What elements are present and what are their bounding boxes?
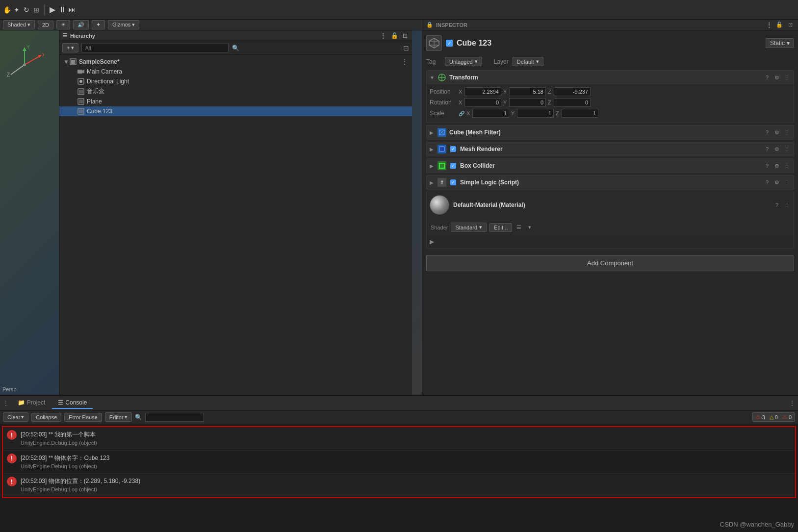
console-message-1[interactable]: ! [20:52:03] ** 我的第一个脚本 UnityEngine.Debu…	[3, 427, 795, 451]
warning-icon: △	[770, 414, 773, 420]
hierarchy-item-plane[interactable]: Plane	[59, 97, 412, 106]
box-collider-checkbox[interactable]: ✓	[450, 163, 456, 169]
mesh-renderer-buttons: ? ⚙ ⋮	[763, 145, 791, 153]
mesh-renderer-name: Mesh Renderer	[460, 146, 760, 152]
console-search-input[interactable]	[145, 413, 204, 422]
msg-2-text: [20:52:03] ** 物体名字：Cube 123 UnityEngine.…	[21, 454, 791, 471]
scene-context-menu[interactable]: ⋮	[401, 58, 408, 66]
console-message-2[interactable]: ! [20:52:03] ** 物体名字：Cube 123 UnityEngin…	[3, 451, 795, 474]
box-collider-help-button[interactable]: ?	[763, 162, 771, 170]
object-active-checkbox[interactable]: ✓	[446, 40, 453, 47]
transform-header[interactable]: ▼ Transform ? ⚙ ⋮	[427, 71, 794, 84]
rotation-z-input[interactable]	[554, 98, 591, 107]
audio-toggle[interactable]: 🔊	[73, 20, 89, 29]
hierarchy-search-input[interactable]	[81, 44, 229, 52]
transform-arrow: ▼	[430, 75, 435, 80]
scale-x-input[interactable]	[472, 109, 509, 118]
material-list-button[interactable]: ☰	[515, 224, 523, 231]
hierarchy-menu-button[interactable]: ⋮	[380, 32, 386, 40]
layer-dropdown[interactable]: Default ▾	[513, 57, 543, 66]
simple-logic-checkbox[interactable]: ✓	[450, 179, 456, 185]
hierarchy-item-music-box[interactable]: 音乐盒	[59, 86, 412, 97]
hierarchy-scene-root[interactable]: ▼ SampleScene* ⋮	[59, 57, 412, 67]
scene-name: SampleScene*	[79, 58, 120, 65]
mesh-filter-header[interactable]: ▶ Cube (Mesh Filter) ? ⚙ ⋮	[427, 126, 794, 139]
static-badge[interactable]: Static ▾	[766, 38, 794, 48]
mesh-filter-settings-button[interactable]: ⚙	[773, 128, 781, 136]
shader-edit-button[interactable]: Edit...	[489, 223, 512, 232]
hierarchy-search-icon[interactable]: 🔍	[232, 44, 239, 52]
shader-dropdown[interactable]: Standard ▾	[451, 223, 487, 232]
bottom-tabs-menu[interactable]: ⋮	[789, 400, 795, 406]
add-component-button[interactable]: Add Component	[426, 255, 794, 271]
object-name[interactable]: Cube 123	[457, 39, 762, 48]
material-menu-button[interactable]: ⋮	[783, 201, 791, 209]
hierarchy-item-cube-123[interactable]: Cube 123	[59, 106, 412, 116]
transform-help-button[interactable]: ?	[763, 74, 771, 81]
rotate-tool-button[interactable]: ↻	[23, 6, 30, 14]
mesh-renderer-settings-button[interactable]: ⚙	[773, 145, 781, 153]
csdn-watermark: CSDN @wanchen_Gabby	[720, 521, 794, 528]
simple-logic-header[interactable]: ▶ # ✓ Simple Logic (Script) ? ⚙ ⋮	[427, 176, 794, 189]
rotation-y-input[interactable]	[509, 98, 546, 107]
inspector-lock-button[interactable]: 🔓	[775, 21, 783, 29]
msg-1-title: [20:52:03] ** 我的第一个脚本	[21, 430, 791, 439]
hierarchy-lock-button[interactable]: 🔓	[390, 32, 398, 40]
rotation-x-input[interactable]	[464, 98, 501, 107]
play-button[interactable]: ▶	[49, 6, 56, 14]
hierarchy-item-main-camera[interactable]: Main Camera	[59, 67, 412, 76]
transform-menu-button[interactable]: ⋮	[783, 74, 791, 81]
simple-logic-help-button[interactable]: ?	[763, 178, 771, 186]
scene-canvas[interactable]: Y X Z Persp ☰ Hierarchy ⋮	[0, 30, 422, 395]
simple-logic-settings-button[interactable]: ⚙	[773, 178, 781, 186]
mesh-renderer-checkbox[interactable]: ✓	[450, 146, 456, 152]
layer-value: Default	[517, 59, 534, 65]
mesh-renderer-menu-button[interactable]: ⋮	[783, 145, 791, 153]
inspector-menu-button[interactable]: ⋮	[766, 21, 772, 29]
collapse-button[interactable]: Collapse	[31, 413, 61, 422]
material-expand-arrow[interactable]: ▶	[430, 238, 434, 245]
material-help-button[interactable]: ?	[773, 201, 781, 209]
pause-button[interactable]: ⏸	[58, 6, 66, 14]
tab-project[interactable]: 📁 Project	[12, 397, 51, 409]
hierarchy-toolbar-menu[interactable]: ⊡	[403, 44, 409, 52]
effects-toggle[interactable]: ✦	[92, 20, 105, 29]
hierarchy-add-button[interactable]: + ▾	[62, 43, 78, 52]
mesh-filter-menu-button[interactable]: ⋮	[783, 128, 791, 136]
error-pause-button[interactable]: Error Pause	[64, 413, 102, 422]
transform-settings-button[interactable]: ⚙	[773, 74, 781, 81]
box-collider-header[interactable]: ▶ ✓ Box Collider ? ⚙ ⋮	[427, 159, 794, 173]
position-y-input[interactable]	[509, 87, 546, 96]
bottom-panel-menu[interactable]: ⋮	[3, 400, 9, 406]
lighting-toggle[interactable]: ☀	[56, 20, 70, 29]
cube-icon-music-box	[77, 88, 85, 96]
scale-z-input[interactable]	[562, 109, 598, 118]
simple-logic-menu-button[interactable]: ⋮	[783, 178, 791, 186]
twod-toggle[interactable]: 2D	[38, 21, 53, 29]
tag-dropdown[interactable]: Untagged ▾	[445, 57, 482, 66]
shaded-dropdown[interactable]: Shaded ▾	[3, 20, 35, 29]
mesh-renderer-help-button[interactable]: ?	[763, 145, 771, 153]
step-button[interactable]: ⏭	[68, 6, 76, 14]
box-collider-settings-button[interactable]: ⚙	[773, 162, 781, 170]
console-message-3[interactable]: ! [20:52:03] 物体的位置：(2.289, 5.180, -9.238…	[3, 474, 795, 497]
move-tool-button[interactable]: ✦	[13, 6, 21, 14]
hand-tool-button[interactable]: ✋	[3, 6, 11, 14]
material-list-dropdown[interactable]: ▾	[526, 224, 534, 231]
tab-console[interactable]: ☰ Console	[52, 397, 93, 409]
mesh-filter-help-button[interactable]: ?	[763, 128, 771, 136]
scale-tool-button[interactable]: ⊞	[32, 6, 40, 14]
editor-dropdown-button[interactable]: Editor ▾	[105, 412, 132, 422]
mesh-renderer-header[interactable]: ▶ ✓ Mesh Renderer ? ⚙ ⋮	[427, 142, 794, 156]
hierarchy-maximize-button[interactable]: ⊡	[401, 32, 409, 40]
hierarchy-item-directional-light[interactable]: Directional Light	[59, 76, 412, 86]
clear-button[interactable]: Clear ▾	[3, 412, 28, 422]
position-z-input[interactable]	[554, 87, 591, 96]
gizmos-dropdown[interactable]: Gizmos ▾	[108, 20, 139, 29]
box-collider-menu-button[interactable]: ⋮	[783, 162, 791, 170]
position-x-input[interactable]	[464, 87, 501, 96]
svg-marker-1	[23, 47, 26, 51]
inspector-maximize-button[interactable]: ⊡	[786, 21, 794, 29]
scale-y-item: Y	[511, 109, 554, 118]
scale-y-input[interactable]	[517, 109, 554, 118]
